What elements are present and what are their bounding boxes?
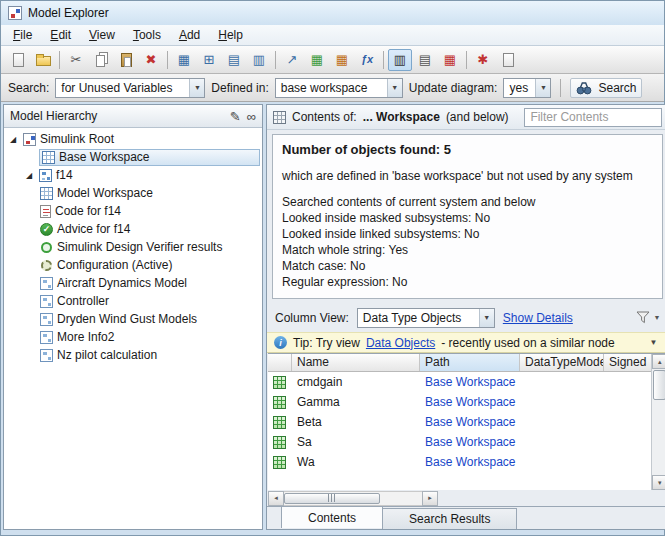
add-function-button[interactable]: ƒx [355, 49, 379, 71]
glasses-icon[interactable]: ∞ [247, 109, 256, 124]
tree-item-aircraft-dynamics-model[interactable]: Aircraft Dynamics Model [4, 274, 262, 292]
options-button[interactable]: ✱ [471, 49, 495, 71]
path-link[interactable]: Base Workspace [425, 415, 516, 429]
menu-view[interactable]: View [80, 25, 124, 45]
compare-views-icon: ▦ [444, 53, 456, 66]
scroll-left-button[interactable]: ◂ [268, 491, 284, 506]
table-row[interactable]: Gamma Base Workspace [268, 392, 651, 412]
add-data-button[interactable]: ▦ [330, 49, 354, 71]
grip-icon [328, 494, 336, 502]
expander-icon[interactable]: ◢ [10, 135, 16, 144]
new-model-button[interactable] [6, 49, 30, 71]
menu-add[interactable]: Add [170, 25, 209, 45]
path-link[interactable]: Base Workspace [425, 375, 516, 389]
data-object-icon [273, 416, 286, 429]
path-link[interactable]: Base Workspace [425, 435, 516, 449]
scroll-down-button[interactable]: ▾ [652, 475, 665, 490]
workspace-icon [42, 151, 55, 164]
menu-file[interactable]: File [4, 25, 41, 45]
horizontal-scroll-track[interactable] [284, 491, 422, 506]
chevron-down-icon[interactable]: ▼ [387, 79, 402, 97]
paste-icon [121, 53, 132, 67]
pencil-icon[interactable]: ✎ [230, 109, 241, 124]
delete-button[interactable]: ✖ [139, 49, 163, 71]
path-column-header[interactable]: Path [420, 354, 520, 371]
open-model-button[interactable] [31, 49, 55, 71]
titlebar[interactable]: Model Explorer [1, 1, 664, 25]
tree-item-code-for-f14[interactable]: Code for f14 [4, 202, 262, 220]
vertical-scroll-thumb[interactable] [653, 370, 665, 400]
table-row[interactable]: cmdgain Base Workspace [268, 372, 651, 392]
name-column-header[interactable]: Name [292, 354, 420, 371]
tip-data-objects-link[interactable]: Data Objects [366, 336, 435, 350]
gear-icon [41, 260, 52, 271]
path-link[interactable]: Base Workspace [425, 395, 516, 409]
tree-item-controller[interactable]: Controller [4, 292, 262, 310]
contents-header: Contents of: ... Workspace (and below) [267, 105, 665, 130]
launch-editor-button[interactable]: ↗ [280, 49, 304, 71]
chevron-down-icon[interactable]: ▼ [535, 79, 550, 97]
chevron-down-icon[interactable]: ▼ [479, 309, 494, 327]
tree-item-simulink-root[interactable]: ◢ Simulink Root [4, 130, 262, 148]
menu-help[interactable]: Help [209, 25, 252, 45]
filter-options-button[interactable]: ▼ [636, 311, 660, 324]
tree-item-dryden-wind-gust-models[interactable]: Dryden Wind Gust Models [4, 310, 262, 328]
tree-item-more-info2[interactable]: More Info2 [4, 328, 262, 346]
defined-in-dropdown[interactable]: base workspace ▼ [275, 78, 403, 98]
search-button[interactable]: Search [570, 78, 642, 98]
show-details-link[interactable]: Show Details [503, 311, 573, 325]
add-state-button[interactable]: ▥ [247, 49, 271, 71]
menu-tools[interactable]: Tools [124, 25, 170, 45]
scroll-right-button[interactable]: ▸ [422, 491, 438, 506]
filter-contents-input[interactable] [524, 108, 662, 127]
search-type-dropdown[interactable]: for Unused Variables ▼ [55, 78, 205, 98]
horizontal-scrollbar[interactable]: ◂ ▸ [268, 491, 438, 506]
model-hierarchy-title: Model Hierarchy [10, 109, 224, 123]
signed-column-header[interactable]: Signed [604, 354, 651, 371]
help-doc-button[interactable] [496, 49, 520, 71]
horizontal-scroll-thumb[interactable] [284, 493, 380, 504]
data-object-icon [273, 436, 286, 449]
copy-button[interactable] [89, 49, 113, 71]
add-block-button[interactable]: ▦ [172, 49, 196, 71]
tree-item-advice-for-f14[interactable]: ✓ Advice for f14 [4, 220, 262, 238]
model-icon [39, 169, 52, 182]
add-chart-button[interactable]: ▦ [305, 49, 329, 71]
model-hierarchy-header: Model Hierarchy ✎ ∞ [4, 105, 262, 128]
column-view-dropdown[interactable]: Data Type Objects ▼ [357, 308, 495, 328]
dialog-view-button[interactable]: ▤ [413, 49, 437, 71]
tab-contents[interactable]: Contents [281, 506, 383, 528]
launch-editor-icon: ↗ [287, 53, 298, 66]
compare-views-button[interactable]: ▦ [438, 49, 462, 71]
table-row[interactable]: Sa Base Workspace [268, 432, 651, 452]
tab-search-results[interactable]: Search Results [382, 508, 517, 529]
paste-button[interactable] [114, 49, 138, 71]
cut-button[interactable]: ✂ [64, 49, 88, 71]
data-object-icon [273, 456, 286, 469]
tree-item-nz-pilot-calculation[interactable]: Nz pilot calculation [4, 346, 262, 364]
tree-item-f14[interactable]: ◢ f14 [4, 166, 262, 184]
tip-dropdown-arrow[interactable]: ▼ [645, 336, 661, 349]
add-signal-button[interactable]: ▤ [222, 49, 246, 71]
add-data-icon: ▦ [336, 53, 348, 66]
tree-item-design-verifier-results[interactable]: Simulink Design Verifier results [4, 238, 262, 256]
scroll-up-button[interactable]: ▴ [652, 354, 665, 369]
workspace-icon [40, 187, 53, 200]
icon-column-header[interactable] [268, 354, 292, 371]
summary-line: Match whole string: Yes [282, 243, 653, 257]
menu-edit[interactable]: Edit [41, 25, 80, 45]
tree-item-base-workspace[interactable]: Base Workspace [4, 148, 262, 166]
path-link[interactable]: Base Workspace [425, 455, 516, 469]
column-view-toggle-button[interactable]: ▥ [388, 49, 412, 71]
datatypemode-column-header[interactable]: DataTypeMode [520, 354, 604, 371]
table-row[interactable]: Wa Base Workspace [268, 452, 651, 472]
tree-item-configuration-active[interactable]: Configuration (Active) [4, 256, 262, 274]
tree-item-model-workspace[interactable]: Model Workspace [4, 184, 262, 202]
chevron-down-icon[interactable]: ▼ [189, 79, 204, 97]
table-row[interactable]: Beta Base Workspace [268, 412, 651, 432]
expander-icon[interactable]: ◢ [26, 171, 32, 180]
vertical-scrollbar[interactable]: ▴ ▾ [651, 354, 665, 490]
update-diagram-dropdown[interactable]: yes ▼ [503, 78, 551, 98]
add-parameter-button[interactable]: ⊞ [197, 49, 221, 71]
cell-name: Wa [292, 452, 420, 472]
